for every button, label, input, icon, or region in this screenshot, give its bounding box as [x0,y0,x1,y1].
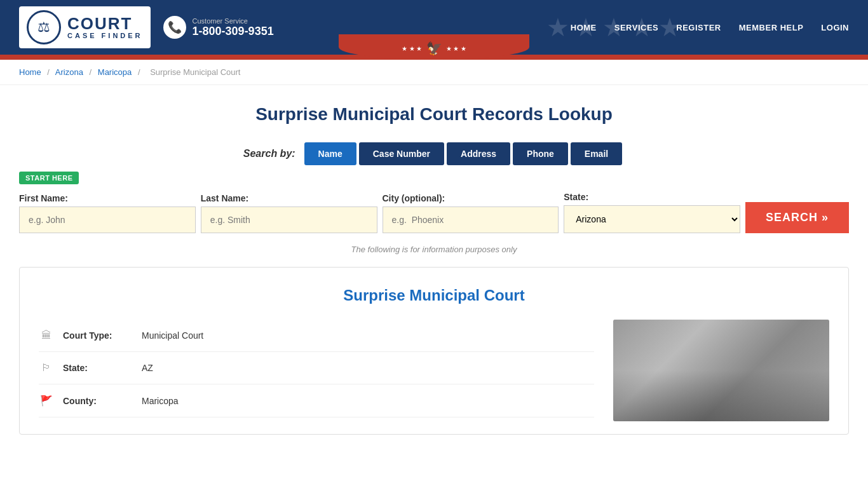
court-image-placeholder [613,320,829,421]
court-detail-type: 🏛 Court Type: Municipal Court [39,320,594,352]
state-group: State: AlabamaAlaskaArizonaArkansasCalif… [564,192,740,233]
breadcrumb-arizona[interactable]: Arizona [55,67,83,77]
breadcrumb-sep-3: / [138,67,140,77]
last-name-label: Last Name: [201,193,377,203]
logo-title: COURT [67,15,143,32]
phone-icon: 📞 [163,16,186,39]
first-name-input[interactable] [19,207,196,233]
county-value: Maricopa [142,396,179,406]
last-name-input[interactable] [201,207,377,233]
last-name-group: Last Name: [201,193,377,233]
tab-address[interactable]: Address [447,142,510,165]
breadcrumb-home[interactable]: Home [19,67,41,77]
court-detail-state: 🏳 State: AZ [39,352,594,384]
main-content: Surprise Municipal Court Records Lookup … [0,85,868,447]
first-name-group: First Name: [19,193,196,233]
search-form: First Name: Last Name: City (optional): … [19,192,849,233]
court-type-icon: 🏛 [39,330,54,341]
state-label-detail: State: [63,363,133,373]
search-button[interactable]: SEARCH » [745,202,849,233]
info-note: The following is for information purpose… [19,245,849,254]
tab-name[interactable]: Name [304,142,356,165]
court-type-label: Court Type: [63,330,133,341]
court-details: 🏛 Court Type: Municipal Court 🏳 State: A… [39,320,594,421]
ribbon-arc: ★ ★ ★ 🦅 ★ ★ ★ [339,34,529,60]
court-info-title: Surprise Municipal Court [39,287,829,304]
cs-info: Customer Service 1-800-309-9351 [193,17,274,38]
court-info-box: Surprise Municipal Court 🏛 Court Type: M… [19,267,849,435]
city-input[interactable] [383,207,559,233]
court-detail-county: 🚩 County: Maricopa [39,384,594,417]
cs-label: Customer Service [193,17,274,25]
court-image [613,320,829,421]
county-label: County: [63,396,133,406]
logo-emblem [27,10,61,44]
tab-email[interactable]: Email [571,142,622,165]
ribbon-eagle-icon: 🦅 [426,41,442,56]
county-icon: 🚩 [39,395,54,407]
ribbon: ★ ★ ★ 🦅 ★ ★ ★ [0,55,868,60]
cs-phone: 1-800-309-9351 [193,25,274,38]
court-info-content: 🏛 Court Type: Municipal Court 🏳 State: A… [39,320,829,421]
ribbon-stars-right: ★ ★ ★ [446,45,467,52]
tab-phone[interactable]: Phone [513,142,568,165]
city-group: City (optional): [383,193,559,233]
logo-text: COURT CASE FINDER [67,15,143,39]
breadcrumb-maricopa[interactable]: Maricopa [98,67,132,77]
breadcrumb-sep-2: / [90,67,92,77]
state-label: State: [564,192,740,202]
ribbon-stars-left: ★ ★ ★ [402,45,423,52]
logo-subtitle: CASE FINDER [67,32,143,39]
state-value: AZ [142,363,153,373]
state-icon: 🏳 [39,362,54,374]
state-select[interactable]: AlabamaAlaskaArizonaArkansasCaliforniaCo… [564,205,740,233]
start-here-badge: START HERE [19,172,79,184]
tab-case-number[interactable]: Case Number [359,142,444,165]
breadcrumb-current: Surprise Municipal Court [150,67,240,77]
search-by-label: Search by: [243,148,295,159]
first-name-label: First Name: [19,193,196,203]
page-title: Surprise Municipal Court Records Lookup [19,104,849,125]
breadcrumb: Home / Arizona / Maricopa / Surprise Mun… [0,60,868,85]
breadcrumb-sep-1: / [47,67,50,77]
city-label: City (optional): [383,193,559,203]
nav-member-help[interactable]: MEMBER HELP [739,23,804,32]
search-by-row: Search by: Name Case Number Address Phon… [19,142,849,165]
nav-login[interactable]: LOGIN [821,23,849,32]
customer-service: 📞 Customer Service 1-800-309-9351 [163,16,274,39]
court-type-value: Municipal Court [142,330,203,341]
header-left: COURT CASE FINDER 📞 Customer Service 1-8… [19,6,274,48]
logo: COURT CASE FINDER [19,6,151,48]
header-decoration: ★ ★ ★ ★ ★ [525,0,703,55]
search-form-section: START HERE First Name: Last Name: City (… [19,172,849,233]
